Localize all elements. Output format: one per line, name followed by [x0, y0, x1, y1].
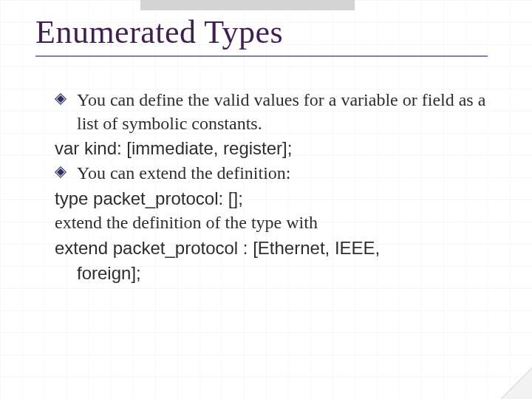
slide-body: You can define the valid values for a va…	[53, 89, 488, 286]
code-line: var kind: [immediate, register];	[53, 137, 488, 160]
page-corner-fold-icon	[501, 368, 532, 399]
top-shadow-decor	[140, 0, 355, 10]
code-line: type packet_protocol: [];	[53, 187, 488, 211]
code-line-continuation: foreign];	[53, 262, 488, 285]
code-line: extend packet_protocol : [Ethernet, IEEE…	[53, 236, 488, 260]
bullet-text: You can define the valid values for a va…	[77, 90, 485, 133]
plain-text-line: extend the definition of the type with	[53, 211, 488, 235]
slide: Enumerated Types You can define the vali…	[0, 0, 532, 399]
bullet-item: You can define the valid values for a va…	[53, 89, 488, 135]
bullet-text: You can extend the definition:	[77, 163, 291, 183]
diamond-bullet-icon	[55, 93, 66, 105]
diamond-bullet-icon	[55, 166, 66, 178]
bullet-item: You can extend the definition:	[53, 162, 488, 185]
slide-title: Enumerated Types	[35, 13, 488, 57]
